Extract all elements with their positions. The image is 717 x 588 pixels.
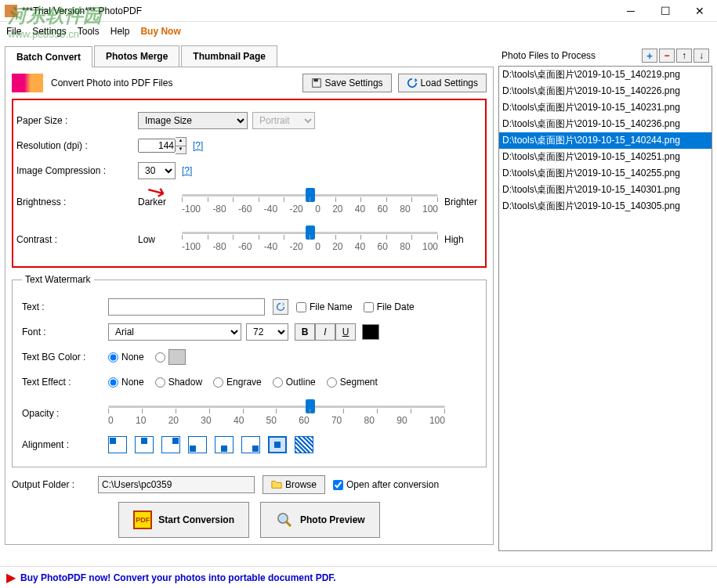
compression-select[interactable]: 30	[138, 162, 176, 179]
folder-icon	[271, 479, 282, 490]
photo-preview-button[interactable]: Photo Preview	[260, 502, 380, 538]
move-down-button[interactable]: ↓	[693, 49, 709, 63]
font-color-swatch[interactable]	[362, 324, 379, 340]
align-top-right[interactable]	[161, 436, 180, 453]
save-icon	[311, 78, 322, 88]
tab-subtitle: Convert Photo into PDF Files	[51, 78, 302, 88]
italic-button[interactable]: I	[315, 323, 335, 341]
resolution-spinner[interactable]: ▲▼	[176, 137, 186, 154]
output-folder-input[interactable]	[98, 476, 255, 493]
contrast-label: Contrast :	[16, 234, 138, 245]
font-select[interactable]: Arial	[108, 323, 241, 341]
menu-tools[interactable]: Tools	[78, 26, 100, 37]
file-list-item[interactable]: D:\tools\桌面图片\2019-10-15_140219.png	[499, 67, 712, 83]
filedate-checkbox[interactable]: File Date	[364, 301, 415, 312]
tab-batch-convert[interactable]: Batch Convert	[5, 46, 92, 67]
effect-segment-radio[interactable]: Segment	[327, 377, 378, 388]
file-list-item[interactable]: D:\tools\桌面图片\2019-10-15_140236.png	[499, 116, 712, 132]
paper-size-select[interactable]: Image Size	[138, 112, 248, 129]
bold-button[interactable]: B	[295, 323, 315, 341]
effect-shadow-radio[interactable]: Shadow	[155, 377, 202, 388]
tab-bar: Batch Convert Photos Merge Thumbnail Pag…	[5, 45, 494, 67]
svg-line-3	[286, 521, 291, 526]
close-button[interactable]: ✕	[683, 0, 717, 22]
refresh-button[interactable]	[273, 299, 288, 315]
app-icon	[5, 5, 17, 17]
compression-label: Image Compression :	[16, 165, 138, 176]
align-top-left[interactable]	[108, 436, 127, 453]
magnifier-icon	[275, 510, 294, 529]
align-bottom-center[interactable]	[215, 436, 234, 453]
filename-checkbox[interactable]: File Name	[296, 301, 353, 312]
resolution-input[interactable]	[138, 139, 176, 153]
save-settings-button[interactable]: Save Settings	[302, 74, 392, 92]
move-up-button[interactable]: ↑	[676, 49, 692, 63]
open-after-checkbox[interactable]: Open after conversion	[333, 479, 439, 490]
load-settings-button[interactable]: Load Settings	[398, 74, 487, 92]
file-list-item[interactable]: D:\tools\桌面图片\2019-10-15_140251.png	[499, 149, 712, 165]
align-top-center[interactable]	[135, 436, 154, 453]
bg-color-label: Text BG Color :	[22, 352, 108, 363]
effect-engrave-radio[interactable]: Engrave	[213, 377, 262, 388]
bg-none-radio[interactable]: None	[108, 352, 144, 363]
brightness-brighter-label: Brighter	[444, 197, 482, 207]
file-list-item[interactable]: D:\tools\桌面图片\2019-10-15_140226.png	[499, 83, 712, 99]
contrast-slider[interactable]: -100-80-60-40-20020406080100	[182, 224, 438, 255]
load-icon	[407, 78, 418, 88]
brightness-darker-label: Darker	[138, 197, 176, 207]
effect-label: Text Effect :	[22, 377, 108, 388]
pdf-icon: PDF	[133, 510, 152, 529]
file-list[interactable]: D:\tools\桌面图片\2019-10-15_140219.pngD:\to…	[498, 66, 712, 551]
align-tile[interactable]	[295, 436, 313, 453]
bg-color-radio[interactable]	[155, 349, 186, 365]
file-list-item[interactable]: D:\tools\桌面图片\2019-10-15_140301.png	[499, 182, 712, 198]
compression-help-link[interactable]: [?]	[182, 165, 192, 176]
text-watermark-group: Text Watermark Text : File Name File Dat…	[12, 274, 487, 467]
menu-settings[interactable]: Settings	[32, 26, 66, 37]
underline-button[interactable]: U	[335, 323, 356, 341]
menu-help[interactable]: Help	[110, 26, 130, 37]
resolution-label: Resolution (dpi) :	[16, 140, 138, 151]
align-bottom-left[interactable]	[188, 436, 207, 453]
file-list-item[interactable]: D:\tools\桌面图片\2019-10-15_140231.png	[499, 99, 712, 116]
contrast-high-label: High	[444, 234, 482, 245]
file-list-item[interactable]: D:\tools\桌面图片\2019-10-15_140255.png	[499, 165, 712, 182]
bg-color-swatch[interactable]	[168, 349, 186, 365]
plus-icon: ＋	[645, 49, 654, 63]
highlighted-region: ↘ Paper Size : Image Size Portrait Resol…	[12, 99, 487, 268]
effect-outline-radio[interactable]: Outline	[273, 377, 316, 388]
tab-photos-merge[interactable]: Photos Merge	[94, 45, 179, 67]
menu-bar: File Settings Tools Help Buy Now	[0, 22, 717, 41]
minimize-button[interactable]: ─	[614, 0, 648, 22]
paper-size-label: Paper Size :	[16, 115, 138, 126]
title-bar: ***Trial Version*** PhotoPDF ─ ☐ ✕	[0, 0, 717, 22]
font-label: Font :	[22, 326, 108, 337]
effect-none-radio[interactable]: None	[108, 377, 144, 388]
opacity-slider[interactable]: 0102030405060708090100	[108, 398, 445, 429]
watermark-text-input[interactable]	[108, 298, 265, 316]
window-title: ***Trial Version*** PhotoPDF	[22, 5, 142, 16]
font-size-select[interactable]: 72	[246, 323, 288, 341]
photo-pdf-icon	[12, 74, 43, 92]
align-center[interactable]	[268, 436, 287, 453]
menu-file[interactable]: File	[6, 26, 21, 37]
contrast-low-label: Low	[138, 234, 176, 245]
browse-button[interactable]: Browse	[263, 475, 325, 494]
file-list-item[interactable]: D:\tools\桌面图片\2019-10-15_140244.png	[499, 132, 712, 149]
footer-message[interactable]: Buy PhotoPDF now! Convert your photos in…	[20, 572, 336, 583]
down-arrow-icon: ↓	[699, 50, 704, 61]
remove-file-button[interactable]: −	[659, 49, 675, 63]
tab-thumbnail-page[interactable]: Thumbnail Page	[181, 45, 277, 67]
add-file-button[interactable]: ＋	[642, 49, 657, 63]
output-folder-label: Output Folder :	[12, 479, 90, 490]
align-bottom-right[interactable]	[241, 436, 260, 453]
brightness-slider[interactable]: -100-80-60-40-20020406080100	[182, 186, 438, 218]
up-arrow-icon: ↑	[682, 50, 686, 61]
resolution-help-link[interactable]: [?]	[193, 140, 203, 151]
filelist-title: Photo Files to Process	[502, 50, 596, 61]
maximize-button[interactable]: ☐	[648, 0, 683, 22]
watermark-text-label: Text :	[22, 301, 108, 312]
start-conversion-button[interactable]: PDFStart Conversion	[118, 502, 249, 538]
file-list-item[interactable]: D:\tools\桌面图片\2019-10-15_140305.png	[499, 198, 712, 215]
menu-buy-now[interactable]: Buy Now	[140, 26, 180, 37]
